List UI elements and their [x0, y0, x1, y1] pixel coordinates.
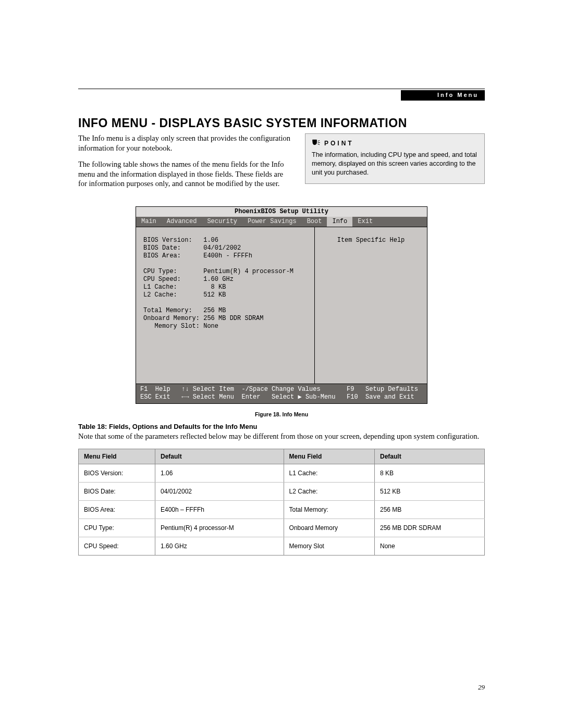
table-row: BIOS Date:04/01/2002L2 Cache:512 KB: [79, 483, 485, 501]
table-row: BIOS Area:E400h – FFFFhTotal Memory:256 …: [79, 501, 485, 519]
intro-paragraph-2: The following table shows the names of t…: [78, 159, 293, 189]
point-body: The information, including CPU type and …: [312, 151, 478, 177]
point-icon: [312, 139, 320, 147]
header-bar: Info Menu: [78, 90, 485, 101]
bios-tab-boot[interactable]: Boot: [302, 217, 327, 227]
bios-footer: F1 Help ↑↓ Select Item -/Space Change Va…: [136, 384, 427, 403]
page-number: 29: [478, 683, 485, 692]
defaults-table: Menu FieldDefaultMenu FieldDefault BIOS …: [78, 449, 485, 556]
point-label: POINT: [324, 140, 354, 147]
bios-tab-exit[interactable]: Exit: [352, 217, 378, 227]
bios-tab-main[interactable]: Main: [136, 217, 162, 227]
table-cell: BIOS Area:: [79, 501, 155, 519]
bios-help-panel: Item Specific Help: [315, 227, 427, 384]
table-cell: None: [374, 537, 484, 556]
page-title: INFO MENU - DISPLAYS BASIC SYSTEM INFORM…: [78, 116, 485, 130]
bios-info-area: BIOS Version: 1.06 BIOS Date: 04/01/2002…: [136, 227, 315, 384]
bios-title: PhoenixBIOS Setup Utility: [136, 207, 427, 217]
table-header-cell: Default: [155, 449, 284, 464]
figure-caption: Figure 18. Info Menu: [136, 411, 427, 417]
table-row: CPU Speed:1.60 GHzMemory SlotNone: [79, 537, 485, 556]
table-note: Note that some of the parameters reflect…: [78, 431, 485, 441]
bios-tab-power-savings[interactable]: Power Savings: [242, 217, 302, 227]
table-cell: Memory Slot: [284, 537, 374, 556]
table-cell: 512 KB: [374, 483, 484, 501]
bios-footer-line-1: F1 Help ↑↓ Select Item -/Space Change Va…: [140, 386, 418, 393]
table-cell: L1 Cache:: [284, 464, 374, 483]
table-header-row: Menu FieldDefaultMenu FieldDefault: [79, 449, 485, 464]
bios-tab-info[interactable]: Info: [327, 217, 352, 227]
table-cell: 256 MB DDR SDRAM: [374, 519, 484, 537]
table-header-cell: Menu Field: [284, 449, 374, 464]
header-rule: [78, 89, 485, 89]
bios-tab-advanced[interactable]: Advanced: [162, 217, 202, 227]
bios-footer-line-2: ESC Exit ←→ Select Menu Enter Select ▶ S…: [140, 393, 414, 401]
table-cell: E400h – FFFFh: [155, 501, 284, 519]
table-header-cell: Menu Field: [79, 449, 155, 464]
point-callout: POINT The information, including CPU typ…: [305, 133, 485, 184]
bios-tab-bar: MainAdvancedSecurityPower SavingsBootInf…: [136, 217, 427, 227]
table-row: BIOS Version:1.06L1 Cache:8 KB: [79, 464, 485, 483]
table-cell: CPU Speed:: [79, 537, 155, 556]
bios-tab-security[interactable]: Security: [202, 217, 242, 227]
table-cell: BIOS Date:: [79, 483, 155, 501]
table-cell: 1.06: [155, 464, 284, 483]
table-cell: CPU Type:: [79, 519, 155, 537]
table-cell: Onboard Memory: [284, 519, 374, 537]
intro-paragraph-1: The Info menu is a display only screen t…: [78, 133, 293, 153]
table-title: Table 18: Fields, Options and Defaults f…: [78, 423, 485, 430]
table-header-cell: Default: [374, 449, 484, 464]
table-cell: 256 MB: [374, 501, 484, 519]
table-row: CPU Type:Pentium(R) 4 processor-MOnboard…: [79, 519, 485, 537]
table-cell: L2 Cache:: [284, 483, 374, 501]
table-cell: 04/01/2002: [155, 483, 284, 501]
table-cell: 1.60 GHz: [155, 537, 284, 556]
bios-panel: PhoenixBIOS Setup Utility MainAdvancedSe…: [136, 206, 427, 404]
table-cell: Total Memory:: [284, 501, 374, 519]
table-cell: BIOS Version:: [79, 464, 155, 483]
table-cell: Pentium(R) 4 processor-M: [155, 519, 284, 537]
bios-help-title: Item Specific Help: [337, 237, 405, 244]
header-section-label: Info Menu: [401, 90, 485, 101]
table-cell: 8 KB: [374, 464, 484, 483]
